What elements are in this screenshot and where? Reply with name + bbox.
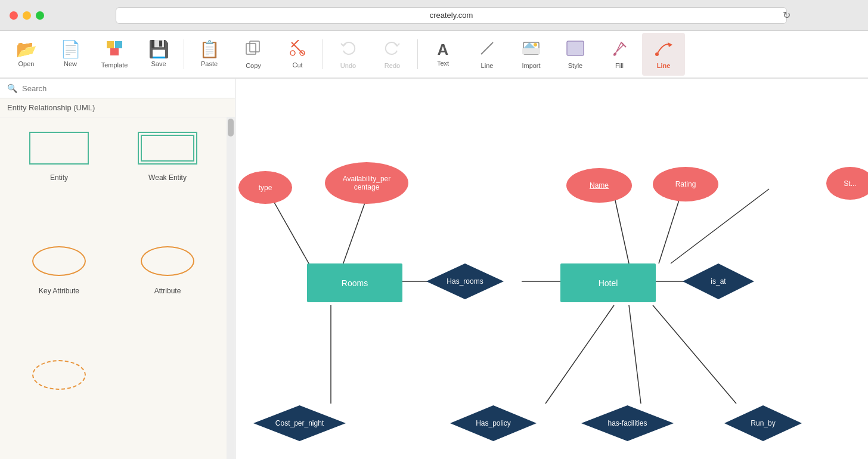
save-label: Save [151,60,166,67]
rel-has-facilities-label: has-facilities [607,419,647,427]
paste-icon: 📋 [199,41,220,58]
attr-type-label: type [259,184,272,192]
attr-st[interactable]: St... [826,167,868,200]
attr-rating[interactable]: Rating [653,167,718,201]
rel-cost-per-night[interactable]: Cost_per_night [253,405,346,441]
sidebar-scrollbar[interactable] [227,117,235,459]
text-tool[interactable]: A Text [421,33,464,76]
import-label: Import [522,62,540,69]
attr-type[interactable]: type [238,171,292,204]
maximize-button[interactable] [36,11,44,20]
svg-line-9 [481,42,493,54]
undo-tool[interactable]: Undo [327,33,370,76]
traffic-lights [10,11,44,20]
weak-entity-label: Weak Entity [148,173,187,182]
minimize-button[interactable] [23,11,31,20]
open-tool[interactable]: 📂 Open [5,33,48,76]
new-label: New [64,60,77,67]
undo-label: Undo [340,62,356,69]
entity-hotel-label: Hotel [599,278,618,288]
svg-rect-14 [567,41,584,55]
text-label: Text [437,60,449,67]
svg-line-5 [292,42,303,54]
rel-has-rooms[interactable]: Has_rooms [426,263,504,299]
svg-line-27 [653,305,736,404]
shape-weak-entity[interactable]: Weak Entity [118,127,217,231]
template-label: Template [101,61,128,69]
redo-label: Redo [385,62,400,69]
paste-tool[interactable]: 📋 Paste [188,33,231,76]
scroll-thumb [228,119,234,137]
rel-has-facilities[interactable]: has-facilities [581,405,674,441]
svg-line-22 [614,195,629,263]
toolbar: 📂 Open 📄 New Template 💾 Save 📋 Paste Cop… [0,31,868,79]
redo-tool[interactable]: Redo [371,33,414,76]
svg-point-16 [655,52,659,56]
attr-shape [141,246,194,276]
svg-marker-11 [523,42,535,48]
search-input[interactable] [22,84,228,93]
svg-point-13 [534,43,537,46]
url-text: creately.com [430,11,473,20]
search-bar: 🔍 [0,79,235,98]
copy-icon [245,40,262,60]
key-attr-preview [23,240,95,282]
sidebar: 🔍 Entity Relationship (UML) Entity [0,79,235,459]
copy-tool[interactable]: Copy [232,33,275,76]
rel-cost-label: Cost_per_night [275,419,324,427]
new-tool[interactable]: 📄 New [49,33,92,76]
entity-hotel[interactable]: Hotel [560,263,656,302]
close-button[interactable] [10,11,18,20]
shapes-grid: Entity Weak Entity [0,117,227,459]
fill-icon [610,40,628,60]
derived-attr-preview [23,354,95,396]
toolbar-divider-3 [417,39,418,69]
attr-st-label: St... [844,179,856,188]
entity-label: Entity [50,173,68,182]
shape-attr[interactable]: Attribute [118,240,217,344]
line-icon [479,40,495,60]
copy-label: Copy [246,62,261,69]
new-icon: 📄 [60,41,81,58]
style-icon [566,40,585,60]
search-icon: 🔍 [7,83,17,93]
svg-line-25 [545,305,614,404]
svg-rect-4 [250,41,259,52]
attr-name[interactable]: Name [566,168,632,203]
attr-preview [132,240,203,282]
text-icon: A [438,42,449,57]
key-attr-shape [32,246,86,276]
paste-label: Paste [201,60,218,67]
cut-tool[interactable]: Cut [276,33,319,76]
fill-tool[interactable]: Fill [598,33,641,76]
shape-entity[interactable]: Entity [10,127,108,231]
rel-is-at-label: is_at [711,277,726,286]
rel-is-at[interactable]: is_at [683,263,754,299]
canvas[interactable]: type Availability_per centage Name Ratin… [235,79,868,459]
template-tool[interactable]: Template [93,33,136,76]
redo-icon [384,40,401,60]
address-bar[interactable]: creately.com [116,7,787,24]
refresh-button[interactable]: ↻ [783,10,790,21]
import-tool[interactable]: Import [510,33,553,76]
style-tool[interactable]: Style [554,33,597,76]
weak-entity-shape [138,132,197,165]
entity-rooms[interactable]: Rooms [307,263,402,302]
sidebar-section-title: Entity Relationship (UML) [0,98,235,117]
weak-entity-preview [132,127,203,169]
rel-has-policy[interactable]: Has_policy [450,405,537,441]
line-tool[interactable]: Line [466,33,509,76]
svg-rect-3 [246,44,256,54]
attr-label: Attribute [154,287,181,295]
entity-preview [23,127,95,169]
attr-availability[interactable]: Availability_per centage [325,162,408,204]
rel-run-by[interactable]: Run_by [724,405,802,441]
line2-label: Line [657,62,671,69]
open-icon: 📂 [16,41,37,58]
svg-rect-1 [115,41,122,48]
shape-key-attr[interactable]: Key Attribute [10,240,108,344]
line2-tool[interactable]: Line [642,33,685,76]
toolbar-divider-2 [323,39,323,69]
shape-derived-attr[interactable] [10,354,108,449]
save-tool[interactable]: 💾 Save [137,33,180,76]
